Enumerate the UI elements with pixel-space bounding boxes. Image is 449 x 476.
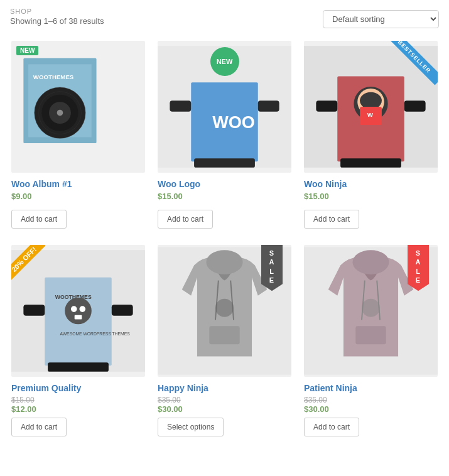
badge-new-circle: NEW xyxy=(210,47,239,76)
add-to-cart-button[interactable]: Add to cart xyxy=(158,210,213,229)
product-card: WOOTHEMES NEW Woo Album #1 $9.00 Add to … xyxy=(5,35,151,239)
results-count: Showing 1–6 of 38 results xyxy=(10,16,104,26)
svg-point-37 xyxy=(206,250,242,274)
svg-rect-24 xyxy=(340,158,401,168)
svg-rect-31 xyxy=(75,315,82,320)
product-price: $35.00 $30.00 xyxy=(158,396,291,414)
svg-text:AWESOME WORDPRESS THEMES: AWESOME WORDPRESS THEMES xyxy=(60,332,130,336)
product-name[interactable]: Happy Ninja xyxy=(158,383,291,393)
add-to-cart-button[interactable]: Add to cart xyxy=(11,418,67,436)
shop-title: SHOP xyxy=(10,8,104,15)
product-info: Woo Ninja $15.00 Add to cart xyxy=(304,173,438,229)
product-name[interactable]: Woo Album #1 xyxy=(11,179,145,189)
badge-sale: SALE xyxy=(261,245,283,291)
product-image: WOOTHEMES xyxy=(11,41,145,173)
add-to-cart-button[interactable]: Add to cart xyxy=(304,210,359,229)
product-price: $9.00 xyxy=(11,192,145,201)
product-info: Happy Ninja $35.00 $30.00 Select options xyxy=(158,377,291,436)
product-grid: WOOTHEMES NEW Woo Album #1 $9.00 Add to … xyxy=(0,35,449,446)
product-info: Patient Ninja $35.00 $30.00 Add to cart xyxy=(304,377,438,436)
product-name[interactable]: Woo Logo xyxy=(158,179,291,189)
add-to-cart-button[interactable]: Add to cart xyxy=(11,210,67,229)
svg-point-47 xyxy=(362,299,380,317)
svg-text:WOO: WOO xyxy=(212,112,255,132)
product-price: $15.00 xyxy=(304,192,438,201)
shop-header: SHOP Showing 1–6 of 38 results Default s… xyxy=(0,0,449,35)
svg-rect-34 xyxy=(112,305,133,315)
product-card: WOOTHEMES AWESOME WORDPRESS THEMES 20% O… xyxy=(5,239,151,446)
product-card: SALE Happy Ninja $35.00 $30.00 Select op… xyxy=(151,239,298,446)
badge-20off: 20% OFF! xyxy=(11,245,55,289)
svg-rect-13 xyxy=(258,100,279,111)
svg-text:W: W xyxy=(367,111,374,118)
product-image-wrap: WOOTHEMES NEW xyxy=(11,41,145,173)
svg-point-29 xyxy=(71,306,77,312)
product-name[interactable]: Woo Ninja xyxy=(304,179,438,189)
badge-sale: SALE xyxy=(408,245,429,291)
product-price: $15.00 xyxy=(158,192,291,201)
product-image-wrap: W BESTSELLER xyxy=(304,41,438,173)
product-card: W BESTSELLER Woo Ninja $15.00 Add to car… xyxy=(298,35,444,239)
product-price: $35.00 $30.00 xyxy=(304,396,438,414)
svg-rect-38 xyxy=(209,326,239,344)
product-image-wrap: SALE xyxy=(158,245,291,377)
svg-point-30 xyxy=(79,306,85,312)
svg-rect-33 xyxy=(23,305,45,315)
svg-rect-22 xyxy=(316,100,337,111)
product-price: $15.00 $12.00 xyxy=(11,396,145,414)
product-info: Premium Quality $15.00 $12.00 Add to car… xyxy=(11,377,145,436)
svg-point-43 xyxy=(352,250,389,274)
svg-point-6 xyxy=(57,110,63,116)
select-options-button[interactable]: Select options xyxy=(158,418,224,436)
product-info: Woo Logo $15.00 Add to cart xyxy=(158,173,291,229)
svg-rect-35 xyxy=(48,362,109,372)
product-name[interactable]: Premium Quality xyxy=(11,383,145,393)
add-to-cart-button[interactable]: Add to cart xyxy=(304,418,359,436)
svg-rect-12 xyxy=(170,100,191,111)
badge-new: NEW xyxy=(16,46,38,55)
svg-point-19 xyxy=(360,92,382,109)
sorting-select[interactable]: Default sorting Sort by popularity Sort … xyxy=(323,10,439,28)
product-info: Woo Album #1 $9.00 Add to cart xyxy=(11,173,145,229)
product-name[interactable]: Patient Ninja xyxy=(304,383,438,393)
svg-text:WOOTHEMES: WOOTHEMES xyxy=(33,73,74,80)
product-card: WOO NEW Woo Logo $15.00 Add to cart xyxy=(151,35,298,239)
svg-rect-14 xyxy=(194,158,255,168)
svg-rect-44 xyxy=(355,326,386,344)
product-card: SALE Patient Ninja $35.00 $30.00 Add to … xyxy=(298,239,444,446)
product-image-wrap: WOOTHEMES AWESOME WORDPRESS THEMES 20% O… xyxy=(11,245,145,377)
product-image-wrap: SALE xyxy=(304,245,438,377)
svg-point-41 xyxy=(215,299,234,317)
badge-bestseller: BESTSELLER xyxy=(387,41,438,91)
svg-point-28 xyxy=(65,298,92,325)
product-image-wrap: WOO NEW xyxy=(158,41,291,173)
svg-rect-23 xyxy=(404,100,426,111)
